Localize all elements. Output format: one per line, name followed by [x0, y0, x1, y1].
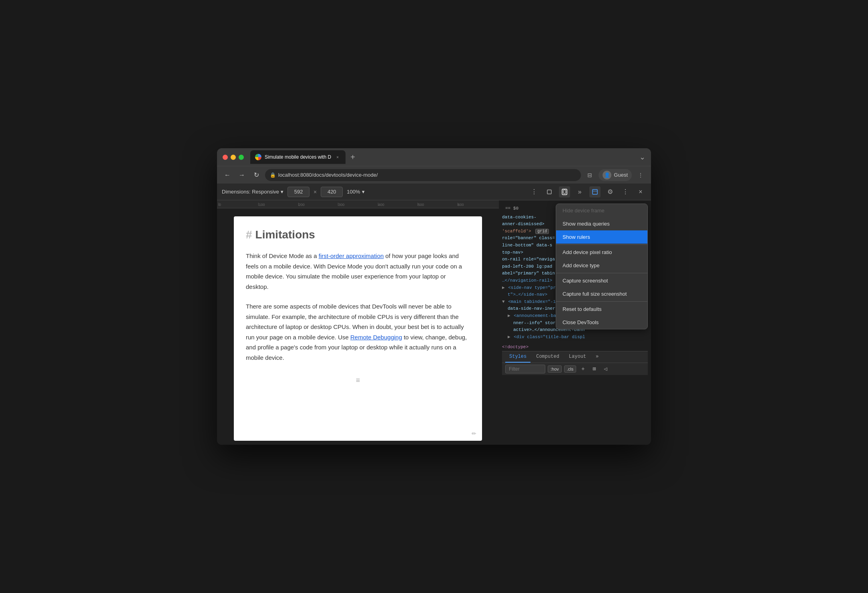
tab-styles[interactable]: Styles: [505, 351, 530, 363]
menu-add-device-type[interactable]: Add device type: [556, 259, 647, 272]
menu-add-device-pixel-ratio[interactable]: Add device pixel ratio: [556, 246, 647, 259]
page-paragraph-1: Think of Device Mode as a first-order ap…: [246, 251, 470, 292]
styles-arrow-icon[interactable]: ◁: [601, 365, 610, 373]
ruler-mark: 200: [298, 203, 338, 206]
styles-filter-input[interactable]: [505, 365, 545, 373]
new-tab-button[interactable]: +: [347, 151, 358, 163]
chrome-menu-button[interactable]: ⋮: [635, 169, 646, 181]
forward-button[interactable]: →: [236, 169, 247, 181]
menu-separator-1: [556, 244, 647, 245]
svg-rect-2: [563, 190, 566, 194]
ruler-mark: 0: [219, 203, 258, 206]
styles-computed-icon[interactable]: ⊞: [590, 365, 599, 373]
device-frame-button[interactable]: [559, 186, 570, 198]
cls-button[interactable]: .cls: [564, 365, 577, 373]
dimensions-dropdown[interactable]: Dimensions: Responsive ▾: [222, 189, 283, 195]
styles-panel: Styles Computed Layout » :hov .cls: [502, 351, 648, 375]
title-bar: Simulate mobile devices with D × + ⌄: [217, 148, 651, 166]
tab-computed[interactable]: Computed: [532, 351, 563, 363]
lock-icon: 🔒: [270, 172, 276, 178]
bottom-handle-icon: ≡: [356, 376, 360, 385]
height-input[interactable]: [321, 187, 343, 197]
more-tools-button[interactable]: »: [574, 186, 585, 198]
menu-reset-defaults[interactable]: Reset to defaults: [556, 303, 647, 316]
menu-separator-3: [556, 301, 647, 302]
dimensions-label: Dimensions: Responsive: [222, 189, 279, 195]
menu-separator-2: [556, 273, 647, 273]
tab-more-styles[interactable]: »: [592, 351, 603, 363]
reload-button[interactable]: ↻: [251, 169, 262, 181]
tab-bar: Simulate mobile devices with D × +: [250, 150, 636, 164]
ruler-mark: 500: [418, 203, 457, 206]
context-menu: Hide device frame Show media queries Sho…: [556, 204, 648, 329]
hov-button[interactable]: :hov: [548, 365, 562, 373]
zoom-dropdown[interactable]: 100% ▾: [347, 189, 364, 195]
page-bottom-bar: ≡: [246, 372, 470, 389]
close-traffic-light[interactable]: [223, 155, 228, 160]
guest-label: Guest: [614, 172, 628, 178]
page-heading: # Limitations: [246, 228, 470, 241]
traffic-lights: [223, 155, 244, 160]
minimize-traffic-light[interactable]: [231, 155, 236, 160]
maximize-traffic-light[interactable]: [239, 155, 244, 160]
nav-bar: ← → ↻ 🔒 localhost:8080/docs/devtools/dev…: [217, 166, 651, 184]
zoom-arrow-icon: ▾: [362, 189, 365, 195]
remote-debugging-link[interactable]: Remote Debugging: [350, 334, 402, 341]
zoom-label: 100%: [347, 189, 360, 195]
guest-profile-button[interactable]: 👤 Guest: [599, 169, 632, 181]
elements-panel-button[interactable]: [589, 186, 601, 198]
chrome-favicon-icon: [255, 154, 261, 160]
tab-title: Simulate mobile devices with D: [265, 154, 331, 160]
devtools-more-button[interactable]: ⋮: [620, 186, 631, 198]
viewport: 0 100 200 300 400 500 600 # Limitations …: [217, 200, 499, 445]
dom-line-18: ▶ <div class="title-bar displ: [502, 334, 648, 341]
menu-show-rulers[interactable]: Show rulers: [556, 230, 647, 244]
ruler-mark: 400: [378, 203, 418, 206]
styles-tabs: Styles Computed Layout »: [502, 351, 648, 363]
heading-hash: #: [246, 228, 252, 241]
close-devtools-button[interactable]: ×: [635, 186, 646, 198]
doctype-line: <!doctype>: [502, 344, 648, 351]
menu-show-media-queries[interactable]: Show media queries: [556, 217, 647, 230]
svg-rect-3: [593, 190, 597, 194]
cursor-mode-button[interactable]: [544, 186, 555, 198]
address-bar[interactable]: 🔒 localhost:8080/docs/devtools/device-mo…: [265, 169, 581, 181]
menu-close-devtools[interactable]: Close DevTools: [556, 316, 647, 329]
window-controls-icon[interactable]: ⌄: [639, 153, 645, 161]
browser-window: Simulate mobile devices with D × + ⌄ ← →…: [217, 148, 651, 445]
page-frame: # Limitations Think of Device Mode as a …: [234, 216, 482, 441]
menu-hide-device-frame[interactable]: Hide device frame: [556, 204, 647, 217]
first-order-link[interactable]: first-order approximation: [319, 252, 384, 259]
menu-capture-full-screenshot[interactable]: Capture full size screenshot: [556, 287, 647, 301]
styles-filter-bar: :hov .cls + ⊞ ◁: [502, 363, 648, 375]
guest-avatar-icon: 👤: [603, 171, 611, 180]
ruler-mark: 300: [338, 203, 378, 206]
ruler: 0 100 200 300 400 500 600: [217, 200, 499, 208]
tab-close-button[interactable]: ×: [334, 154, 341, 160]
heading-text: Limitations: [255, 228, 315, 241]
paragraph1-text: Think of Device Mode as a: [246, 252, 319, 259]
add-style-rule-button[interactable]: +: [579, 365, 587, 373]
page-paragraph-2: There are some aspects of mobile devices…: [246, 301, 470, 363]
back-button[interactable]: ←: [222, 169, 233, 181]
dimension-separator: ×: [313, 189, 317, 195]
grid-badge: grid: [535, 229, 549, 234]
edit-pencil-icon: ✏: [472, 430, 476, 437]
nav-actions: ⊟ 👤 Guest ⋮: [584, 169, 646, 181]
width-input[interactable]: [287, 187, 309, 197]
svg-rect-0: [547, 190, 551, 194]
active-tab[interactable]: Simulate mobile devices with D ×: [250, 150, 346, 164]
more-options-button[interactable]: ⋮: [528, 186, 540, 198]
settings-button[interactable]: ⚙: [605, 186, 616, 198]
url-text: localhost:8080/docs/devtools/device-mode…: [278, 172, 378, 178]
dimensions-arrow-icon: ▾: [281, 189, 283, 195]
ruler-mark: 100: [258, 203, 298, 206]
device-toolbar: Dimensions: Responsive ▾ × 100% ▾ ⋮ » ⚙ …: [217, 184, 651, 200]
ruler-mark: 600: [458, 203, 497, 206]
devtools-toggle-icon[interactable]: ⊟: [584, 169, 595, 181]
menu-capture-screenshot[interactable]: Capture screenshot: [556, 274, 647, 287]
main-area: 0 100 200 300 400 500 600 # Limitations …: [217, 200, 651, 445]
tab-layout[interactable]: Layout: [565, 351, 590, 363]
